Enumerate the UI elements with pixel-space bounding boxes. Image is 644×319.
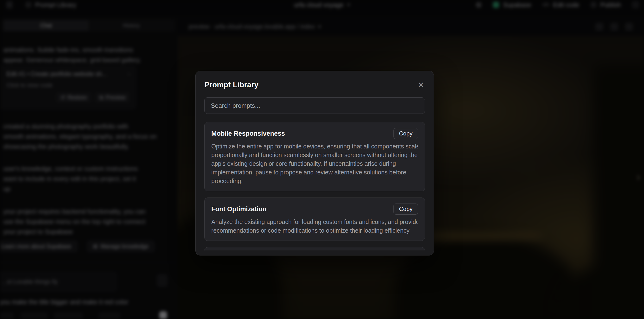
copy-button[interactable]: Copy: [394, 128, 418, 139]
prompt-body-line: Analyze the existing approach for loadin…: [211, 218, 418, 226]
prompt-list: Mobile Responsiveness Copy Optimize the …: [204, 122, 425, 250]
prompt-library-modal: Prompt Library ✕ Mobile Responsiveness C…: [196, 71, 434, 256]
prompt-body-line: proceeding.: [211, 176, 418, 185]
prompt-body-line: implementation, pause to propose and rev…: [211, 168, 418, 176]
search-box: [204, 98, 425, 114]
prompt-card-mobile-responsiveness: Mobile Responsiveness Copy Optimize the …: [204, 122, 425, 191]
copy-button[interactable]: Copy: [394, 204, 418, 214]
modal-title: Prompt Library: [204, 80, 258, 89]
prompt-card-partial: [204, 247, 425, 250]
prompt-body-line: app's existing design or core functional…: [211, 159, 418, 168]
prompt-body-line: proportionally and function seamlessly o…: [211, 150, 418, 159]
prompt-body-line: recommendations or code modifications to…: [211, 226, 418, 235]
prompt-card-font-optimization: Font Optimization Copy Analyze the exist…: [204, 198, 425, 241]
close-icon[interactable]: ✕: [417, 80, 425, 90]
prompt-body: Optimize the entire app for mobile devic…: [211, 142, 418, 185]
prompt-body-line: Optimize the entire app for mobile devic…: [211, 142, 418, 150]
prompt-title: Mobile Responsiveness: [211, 130, 285, 137]
prompt-body: Analyze the existing approach for loadin…: [211, 218, 418, 235]
prompt-title: Font Optimization: [211, 206, 266, 213]
search-input[interactable]: [206, 102, 423, 110]
app-window: Prompt Library urfa cloud voyage ▾ ⚙ Sup…: [0, 0, 644, 319]
